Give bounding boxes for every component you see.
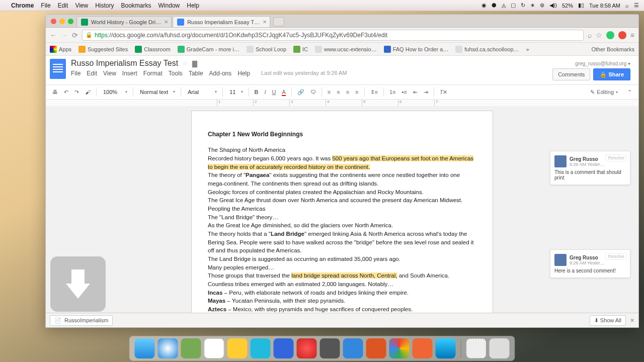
docs-logo-icon[interactable] — [50, 59, 66, 79]
new-tab-button[interactable] — [273, 17, 284, 26]
status-airplay-icon[interactable]: ▢ — [511, 2, 516, 9]
maximize-window-button[interactable] — [68, 19, 73, 24]
text-color-icon[interactable]: A — [279, 87, 288, 97]
menu-help[interactable]: Help — [187, 2, 199, 9]
forward-button[interactable]: → — [61, 31, 68, 39]
redo-icon[interactable]: ↷ — [72, 87, 82, 97]
trash-icon[interactable] — [490, 338, 510, 358]
messages-icon[interactable] — [251, 338, 271, 358]
calendar-icon[interactable] — [204, 338, 224, 358]
status-sync-icon[interactable]: ↻ — [521, 2, 525, 9]
bookmark-item[interactable]: FAQ How to Order a… — [384, 46, 449, 53]
docs-menu-view[interactable]: View — [103, 70, 116, 77]
bookmark-item[interactable]: IC — [293, 46, 308, 53]
minimize-window-button[interactable] — [59, 19, 65, 24]
menu-window[interactable]: Window — [158, 2, 180, 9]
status-dropbox-icon[interactable]: ⬢ — [492, 2, 497, 9]
status-record-icon[interactable]: ◉ — [481, 2, 487, 9]
chrome-icon[interactable] — [389, 338, 410, 358]
status-wifi-icon[interactable]: ⊚ — [540, 2, 544, 9]
document-canvas[interactable]: Chapter 1 New World Beginnings The Shapi… — [46, 107, 638, 325]
close-window-button[interactable] — [51, 19, 56, 24]
comments-button[interactable]: Comments — [552, 68, 590, 80]
show-all-downloads-button[interactable]: ⬇ Show All — [590, 315, 626, 326]
itunes-icon[interactable] — [297, 338, 317, 358]
user-email[interactable]: greg_russo@fuhsd.org ▾ — [552, 61, 630, 66]
menu-history[interactable]: History — [95, 2, 114, 9]
star-icon[interactable]: ☆ — [596, 31, 602, 39]
share-button[interactable]: 🔒 Share — [593, 68, 630, 80]
comment-card[interactable]: Resolve Greg Russo 9:26 AM Yester… Here … — [550, 249, 630, 278]
docs-menu-format[interactable]: Format — [143, 70, 163, 77]
paint-format-icon[interactable]: 🖌 — [83, 87, 93, 97]
status-spotlight-icon[interactable]: ⌕ — [625, 3, 629, 9]
tab-docs-active[interactable]: Russo Imperialism Essay T… ✕ — [173, 16, 270, 27]
dock-document-icon[interactable] — [466, 338, 487, 358]
status-volume-icon[interactable]: ◀)) — [549, 2, 557, 9]
numbered-list-icon[interactable]: 1≡ — [387, 87, 398, 97]
bookmark-item[interactable]: Classroom — [135, 46, 171, 53]
chrome-menu-icon[interactable]: ≡ — [630, 31, 634, 39]
docs-menu-help[interactable]: Help — [237, 70, 250, 77]
comment-icon[interactable]: 🗨 — [308, 87, 318, 97]
close-tab-icon[interactable]: ✕ — [164, 19, 168, 25]
folder-icon[interactable]: ▇ — [192, 60, 197, 67]
word-icon[interactable] — [343, 338, 363, 358]
resolve-button[interactable]: Resolve — [605, 253, 627, 260]
document-title[interactable]: Russo Imperialism Essay Test — [71, 59, 178, 68]
star-icon[interactable]: ☆ — [182, 60, 188, 67]
bookmark-item[interactable]: School Loop — [247, 46, 286, 53]
url-field[interactable]: 🔒 https ://docs.google.com/a/fuhsd.org/d… — [82, 30, 584, 41]
finder-icon[interactable] — [135, 338, 155, 358]
print-icon[interactable]: 🖶 — [50, 87, 60, 97]
notes-icon[interactable] — [227, 338, 248, 358]
status-battery-icon[interactable]: ▮▯ — [578, 2, 584, 9]
align-right-icon[interactable]: ≡ — [344, 87, 352, 97]
extension-icon[interactable] — [606, 31, 614, 39]
powerpoint-icon[interactable] — [366, 338, 386, 358]
outdent-icon[interactable]: ⇤ — [411, 87, 420, 97]
menu-view[interactable]: View — [75, 2, 88, 9]
clear-format-icon[interactable]: T✕ — [437, 87, 450, 97]
docs-menu-insert[interactable]: Insert — [122, 70, 137, 77]
document-page[interactable]: Chapter 1 New World Beginnings The Shapi… — [191, 111, 493, 325]
download-item[interactable]: 📄 RussoImperialism — [50, 315, 113, 326]
app-name[interactable]: Chrome — [11, 2, 34, 9]
bookmark-item[interactable]: GradeCam - more i… — [178, 46, 239, 53]
tab-drive[interactable]: World History - Google Dri… ✕ — [76, 16, 172, 27]
ruler[interactable]: 1234567 — [46, 100, 638, 107]
mail-icon[interactable] — [274, 338, 294, 358]
align-left-icon[interactable]: ≡ — [325, 87, 333, 97]
underline-icon[interactable]: U — [270, 87, 279, 97]
menu-file[interactable]: File — [41, 2, 50, 9]
bookmark-item[interactable]: www.ucsc-extensio… — [315, 46, 377, 53]
ladybug-icon[interactable] — [413, 338, 433, 358]
close-tab-icon[interactable]: ✕ — [263, 19, 267, 25]
settings-icon[interactable] — [320, 338, 340, 358]
font-size-select[interactable]: 11 — [226, 87, 245, 97]
quicktime-icon[interactable] — [436, 338, 456, 358]
link-icon[interactable]: 🔗 — [295, 87, 307, 97]
docs-menu-edit[interactable]: Edit — [87, 70, 97, 77]
docs-menu-table[interactable]: Table — [189, 70, 203, 77]
status-clock[interactable]: Tue 8:58 AM — [589, 3, 620, 9]
chevron-up-icon[interactable]: ⌃ — [625, 87, 634, 97]
docs-menu-addons[interactable]: Add-ons — [209, 70, 232, 77]
style-select[interactable]: Normal text — [136, 87, 178, 97]
status-notif-icon[interactable]: ☰ — [634, 2, 639, 9]
italic-icon[interactable]: I — [262, 87, 268, 97]
line-spacing-icon[interactable]: ⇕≡ — [368, 87, 380, 97]
indent-icon[interactable]: ⇥ — [421, 87, 431, 97]
zoom-select[interactable]: 100% — [100, 87, 130, 97]
reload-button[interactable]: ⟳ — [72, 31, 78, 39]
search-icon[interactable]: ⌕ — [588, 31, 592, 39]
align-justify-icon[interactable]: ≡ — [353, 87, 361, 97]
comment-card[interactable]: Resolve Greg Russo 9:26 AM Yester… This … — [550, 151, 630, 185]
docs-menu-tools[interactable]: Tools — [169, 70, 183, 77]
font-select[interactable]: Arial — [184, 87, 219, 97]
align-center-icon[interactable]: ≡ — [334, 87, 342, 97]
bold-icon[interactable]: B — [252, 87, 261, 97]
bookmark-apps[interactable]: Apps — [50, 46, 71, 53]
close-downloads-bar-icon[interactable]: ✕ — [630, 317, 634, 324]
status-drive-icon[interactable]: ◬ — [502, 2, 506, 9]
